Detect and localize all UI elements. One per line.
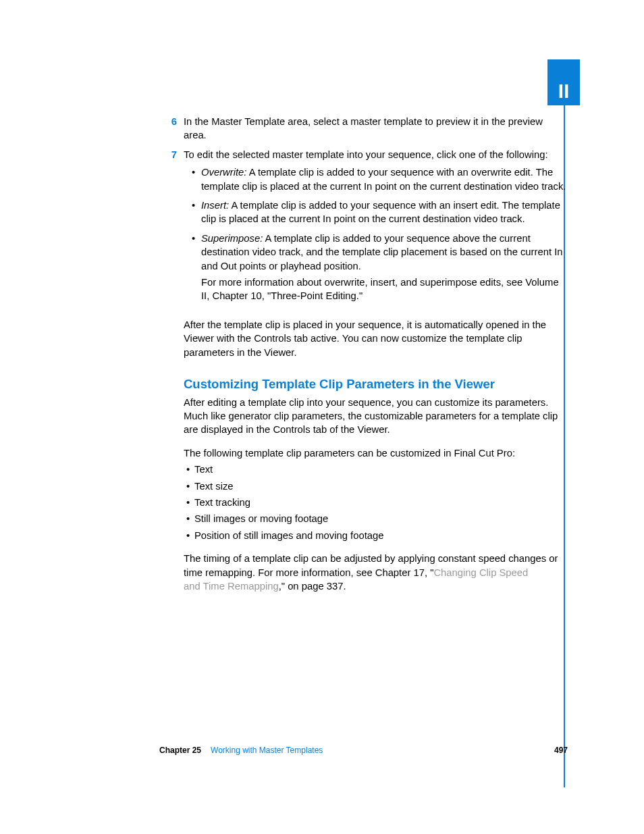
paragraph: After editing a template clip into your … xyxy=(159,396,568,437)
paragraph: After the template clip is placed in you… xyxy=(159,318,568,359)
chapter-label: Chapter 25 xyxy=(159,746,201,755)
step-text: To edit the selected master template int… xyxy=(184,149,548,160)
term: Superimpose: xyxy=(201,233,263,244)
part-tab: II xyxy=(547,59,580,105)
step: 7 To edit the selected master template i… xyxy=(159,148,568,309)
followup-text: For more information about overwrite, in… xyxy=(201,276,568,303)
paragraph: The timing of a template clip can be adj… xyxy=(159,552,568,593)
term-desc: A template clip is added to your sequenc… xyxy=(201,167,566,191)
paragraph: The following template clip parameters c… xyxy=(159,446,568,460)
bullet-icon: • xyxy=(186,496,190,509)
list-item: • Text size xyxy=(159,479,568,493)
list-item-text: Text xyxy=(194,464,213,475)
bullet-icon: • xyxy=(186,479,190,493)
step-body: In the Master Template area, select a ma… xyxy=(184,115,568,142)
term-desc: A template clip is added to your sequenc… xyxy=(201,200,560,224)
bullet-icon: • xyxy=(186,529,190,542)
list-item-text: Text size xyxy=(194,481,234,492)
closing-post: ," on page 337. xyxy=(279,581,346,592)
step-number: 7 xyxy=(159,148,184,309)
sub-list: • Overwrite: A template clip is added to… xyxy=(184,165,568,303)
list-item: • Insert: A template clip is added to yo… xyxy=(184,199,568,226)
document-page: II 6 In the Master Template area, select… xyxy=(0,0,644,834)
list-item: • Position of still images and moving fo… xyxy=(159,529,568,542)
list-item: • Text xyxy=(159,463,568,476)
list-item: • Overwrite: A template clip is added to… xyxy=(184,165,568,193)
step-number: 6 xyxy=(159,115,184,142)
bullet-icon: • xyxy=(192,232,195,245)
list-item-text: Text tracking xyxy=(194,497,250,508)
list-item: • Text tracking xyxy=(159,496,568,509)
chapter-title: Working with Master Templates xyxy=(211,746,323,755)
list-item-text: Still images or moving footage xyxy=(194,513,328,524)
footer-left: Chapter 25 Working with Master Templates xyxy=(159,746,323,755)
section-heading: Customizing Template Clip Parameters in … xyxy=(159,375,568,393)
bullet-icon: • xyxy=(192,165,195,179)
list-item: • Still images or moving footage xyxy=(159,512,568,525)
page-number: 497 xyxy=(554,746,568,755)
bullet-icon: • xyxy=(186,512,190,525)
term: Overwrite: xyxy=(201,167,246,178)
bullet-icon: • xyxy=(186,463,190,476)
part-tab-label: II xyxy=(558,80,570,102)
term: Insert: xyxy=(201,200,229,211)
list-item: • Superimpose: A template clip is added … xyxy=(184,232,568,303)
step-body: To edit the selected master template int… xyxy=(184,148,568,309)
list-item-text: Position of still images and moving foot… xyxy=(194,530,383,541)
step: 6 In the Master Template area, select a … xyxy=(159,115,568,142)
page-footer: Chapter 25 Working with Master Templates… xyxy=(159,746,568,755)
content-area: 6 In the Master Template area, select a … xyxy=(159,115,568,602)
bullet-icon: • xyxy=(192,199,195,212)
